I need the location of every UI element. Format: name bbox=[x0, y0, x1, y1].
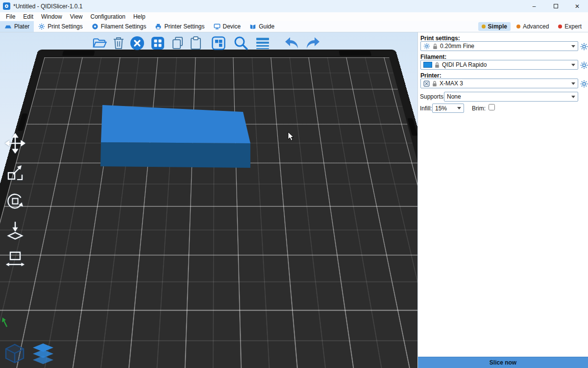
paste-button[interactable] bbox=[189, 36, 202, 51]
print-bed-grid bbox=[0, 57, 417, 368]
filament-label: Filament: bbox=[420, 53, 446, 60]
filament-combo[interactable]: QIDI PLA Rapido bbox=[420, 60, 578, 70]
supports-label: Supports: bbox=[420, 93, 445, 100]
split-objects-button[interactable] bbox=[211, 36, 226, 51]
chevron-down-icon bbox=[571, 64, 575, 66]
measure-gizmo-button[interactable] bbox=[4, 248, 26, 270]
lock-icon bbox=[432, 80, 437, 87]
redo-icon bbox=[304, 36, 321, 51]
print-settings-icon bbox=[38, 23, 45, 30]
open-project-button[interactable] bbox=[92, 36, 107, 51]
variable-layer-height-button[interactable] bbox=[255, 36, 270, 50]
bed-clip bbox=[339, 51, 371, 55]
view-toggle-bar bbox=[3, 342, 56, 367]
infill-value: 15% bbox=[435, 105, 447, 112]
tab-bar: Plater Print Settings Filament Settings … bbox=[0, 21, 588, 32]
menu-bar: File Edit Window View Configuration Help bbox=[0, 12, 588, 21]
filament-value: QIDI PLA Rapido bbox=[442, 61, 487, 68]
flatten-icon bbox=[4, 219, 26, 241]
mode-switcher: Simple Advanced Expert bbox=[478, 21, 588, 32]
print-bed[interactable] bbox=[0, 50, 417, 368]
infill-combo[interactable]: 15% bbox=[432, 104, 464, 113]
rotate-icon bbox=[4, 190, 26, 212]
preview-layers-button[interactable] bbox=[30, 342, 56, 367]
tab-guide[interactable]: Guide bbox=[245, 21, 279, 32]
print-settings-label: Print settings: bbox=[420, 35, 460, 42]
app-logo-icon bbox=[3, 2, 10, 10]
print-settings-combo[interactable]: 0.20mm Fine bbox=[420, 41, 578, 51]
supports-combo[interactable]: None bbox=[444, 92, 578, 102]
mode-simple[interactable]: Simple bbox=[478, 22, 511, 31]
undo-button[interactable] bbox=[284, 36, 300, 51]
place-on-face-gizmo-button[interactable] bbox=[4, 219, 26, 241]
move-gizmo-button[interactable] bbox=[4, 132, 26, 155]
plater-toolbar bbox=[92, 35, 321, 51]
paste-icon bbox=[189, 36, 202, 51]
tab-print-settings[interactable]: Print Settings bbox=[34, 21, 87, 32]
minimize-button[interactable]: – bbox=[523, 0, 545, 12]
menu-view[interactable]: View bbox=[66, 12, 87, 21]
3d-view-button[interactable] bbox=[3, 342, 26, 367]
filament-edit-button[interactable] bbox=[580, 61, 588, 69]
menu-help[interactable]: Help bbox=[129, 12, 149, 21]
bed-clip bbox=[62, 51, 95, 55]
measure-icon bbox=[4, 248, 26, 270]
layer-height-icon bbox=[255, 36, 270, 50]
layers-stack-icon bbox=[30, 342, 56, 366]
menu-configuration[interactable]: Configuration bbox=[87, 12, 129, 21]
advanced-mode-dot-icon bbox=[516, 25, 520, 28]
tab-device[interactable]: Device bbox=[209, 21, 245, 32]
infill-label: Infill: bbox=[420, 105, 432, 112]
maximize-icon bbox=[554, 4, 558, 8]
copy-button[interactable] bbox=[171, 36, 184, 51]
menu-window[interactable]: Window bbox=[37, 12, 66, 21]
3d-viewport[interactable] bbox=[0, 32, 417, 368]
window-title: *Untitled - QIDISlicer-1.0.1 bbox=[13, 3, 82, 10]
guide-icon bbox=[249, 23, 256, 30]
arrange-button[interactable] bbox=[150, 36, 165, 51]
gear-icon bbox=[580, 43, 588, 51]
close-button[interactable]: ✕ bbox=[566, 0, 588, 12]
printer-combo[interactable]: X-MAX 3 bbox=[420, 79, 578, 88]
device-icon bbox=[214, 23, 220, 30]
print-settings-edit-button[interactable] bbox=[580, 42, 588, 51]
mode-advanced[interactable]: Advanced bbox=[513, 22, 552, 31]
printer-settings-icon bbox=[155, 23, 162, 30]
supports-value: None bbox=[447, 93, 461, 100]
scale-icon bbox=[4, 161, 26, 183]
chevron-down-icon bbox=[571, 96, 575, 98]
delete-all-button[interactable] bbox=[130, 36, 145, 51]
preset-gear-icon bbox=[423, 43, 430, 50]
split-objects-icon bbox=[211, 36, 226, 51]
delete-button[interactable] bbox=[112, 36, 125, 51]
menu-file[interactable]: File bbox=[2, 12, 19, 21]
search-button[interactable] bbox=[233, 35, 248, 51]
tab-plater[interactable]: Plater bbox=[0, 21, 34, 32]
printer-icon bbox=[423, 80, 430, 87]
maximize-button[interactable] bbox=[545, 0, 566, 12]
brim-checkbox[interactable] bbox=[489, 104, 495, 110]
simple-mode-dot-icon bbox=[482, 25, 486, 28]
slice-now-button[interactable]: Slice now bbox=[418, 357, 588, 368]
menu-edit[interactable]: Edit bbox=[19, 12, 37, 21]
rotate-gizmo-button[interactable] bbox=[4, 190, 26, 212]
printer-edit-button[interactable] bbox=[580, 79, 588, 88]
scale-gizmo-button[interactable] bbox=[4, 161, 26, 184]
printer-label: Printer: bbox=[420, 72, 441, 79]
print-settings-value: 0.20mm Fine bbox=[440, 43, 474, 50]
tab-printer-settings[interactable]: Printer Settings bbox=[150, 21, 209, 32]
expert-mode-dot-icon bbox=[558, 25, 562, 28]
arrange-icon bbox=[150, 36, 165, 51]
mode-expert[interactable]: Expert bbox=[555, 22, 585, 31]
trash-icon bbox=[112, 36, 125, 51]
lock-icon bbox=[433, 43, 438, 50]
chevron-down-icon bbox=[457, 107, 461, 109]
copy-icon bbox=[171, 36, 184, 51]
title-bar: *Untitled - QIDISlicer-1.0.1 – ✕ bbox=[0, 0, 588, 12]
move-icon bbox=[4, 132, 26, 154]
search-icon bbox=[233, 35, 248, 51]
open-folder-icon bbox=[92, 36, 107, 51]
redo-button[interactable] bbox=[304, 36, 321, 51]
tab-filament-settings[interactable]: Filament Settings bbox=[87, 21, 151, 32]
gear-icon bbox=[580, 80, 588, 88]
